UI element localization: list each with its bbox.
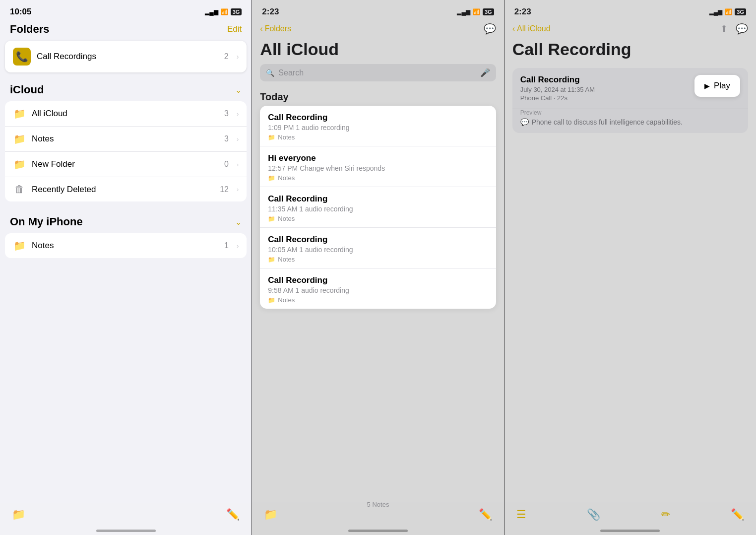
recording-date: July 30, 2024 at 11:35 AM bbox=[520, 86, 694, 93]
note-title-5: Call Recording bbox=[268, 275, 488, 285]
trash-icon: 🗑 bbox=[13, 184, 26, 195]
note-item-1[interactable]: Call Recording 1:09 PM 1 audio recording… bbox=[260, 106, 496, 146]
panel3-checklist-icon[interactable]: ☰ bbox=[516, 508, 526, 521]
panel2-nav: ‹ Folders 💬 bbox=[252, 21, 504, 38]
back-chevron-3: ‹ bbox=[512, 24, 515, 33]
status-icons-2: ▂▄▆ 📶 3G bbox=[457, 8, 494, 15]
time-3: 2:23 bbox=[514, 7, 531, 17]
on-my-iphone-notes-count: 1 bbox=[224, 241, 229, 250]
new-folder-count: 0 bbox=[224, 160, 229, 169]
on-my-iphone-notes-folder[interactable]: 📁 Notes 1 › bbox=[5, 233, 247, 258]
status-icons-3: ▂▄▆ 📶 3G bbox=[709, 8, 746, 15]
wifi-icon-1: 📶 bbox=[221, 8, 228, 15]
note-item-4[interactable]: Call Recording 10:05 AM 1 audio recordin… bbox=[260, 228, 496, 268]
note-title-4: Call Recording bbox=[268, 235, 488, 245]
panel2-compose-icon[interactable]: ✏️ bbox=[479, 508, 492, 521]
notes-card: Call Recording 1:09 PM 1 audio recording… bbox=[260, 106, 496, 309]
note-folder-label-4: Notes bbox=[278, 256, 295, 263]
all-icloud-folder[interactable]: 📁 All iCloud 3 › bbox=[5, 101, 247, 127]
note-folder-label-3: Notes bbox=[278, 215, 295, 222]
new-folder[interactable]: 📁 New Folder 0 › bbox=[5, 152, 247, 177]
new-folder-chevron: › bbox=[237, 161, 239, 168]
call-recordings-count: 2 bbox=[224, 52, 229, 61]
notes-folder[interactable]: 📁 Notes 3 › bbox=[5, 127, 247, 152]
on-my-iphone-collapse-icon[interactable]: ⌄ bbox=[235, 217, 242, 227]
panel3-back-button[interactable]: ‹ All iCloud bbox=[512, 24, 551, 33]
search-icon: 🔍 bbox=[266, 69, 274, 77]
recording-card-inner: Call Recording July 30, 2024 at 11:35 AM… bbox=[512, 68, 748, 109]
note-title-3: Call Recording bbox=[268, 194, 488, 204]
home-indicator-3 bbox=[600, 530, 660, 532]
panel3-pen-icon[interactable]: ✏ bbox=[661, 508, 670, 521]
icloud-section-header: iCloud ⌄ bbox=[0, 80, 252, 99]
recently-deleted-count: 12 bbox=[220, 185, 229, 194]
panel3-title-area: Call Recording bbox=[504, 38, 756, 64]
all-icloud-panel: 2:23 ▂▄▆ 📶 3G ‹ Folders 💬 All iCloud 🔍 S… bbox=[252, 0, 504, 535]
panel2-back-button[interactable]: ‹ Folders bbox=[260, 24, 291, 33]
notes-chevron: › bbox=[237, 135, 239, 143]
icloud-section-title: iCloud bbox=[10, 83, 44, 96]
wifi-icon-2: 📶 bbox=[473, 8, 480, 15]
time-1: 10:05 bbox=[10, 7, 31, 17]
note-folder-icon-5: 📁 bbox=[268, 297, 275, 304]
recording-title: Call Recording bbox=[520, 75, 694, 85]
note-title-2: Hi everyone bbox=[268, 153, 488, 163]
preview-content: Phone call to discuss full intelligence … bbox=[532, 118, 683, 126]
on-my-iphone-notes-name: Notes bbox=[32, 241, 218, 251]
call-recordings-row[interactable]: 📞 Call Recordings 2 › bbox=[5, 41, 247, 72]
note-folder-label-1: Notes bbox=[278, 134, 295, 141]
recently-deleted-folder[interactable]: 🗑 Recently Deleted 12 › bbox=[5, 177, 247, 201]
recording-card[interactable]: Call Recording July 30, 2024 at 11:35 AM… bbox=[512, 68, 748, 133]
call-recordings-chevron: › bbox=[237, 53, 239, 61]
recording-info: Call Recording July 30, 2024 at 11:35 AM… bbox=[520, 75, 694, 102]
status-bar-3: 2:23 ▂▄▆ 📶 3G bbox=[504, 0, 756, 21]
note-meta-1: 1:09 PM 1 audio recording bbox=[268, 124, 488, 132]
panel2-title-area: All iCloud bbox=[252, 38, 504, 64]
new-folder-icon: 📁 bbox=[13, 158, 26, 170]
note-folder-label-5: Notes bbox=[278, 296, 295, 304]
status-bar-2: 2:23 ▂▄▆ 📶 3G bbox=[252, 0, 504, 21]
note-item-2[interactable]: Hi everyone 12:57 PM Change when Siri re… bbox=[260, 146, 496, 187]
all-icloud-folder-icon: 📁 bbox=[13, 108, 26, 120]
play-label: Play bbox=[714, 81, 730, 91]
all-icloud-count: 3 bbox=[224, 109, 229, 118]
wifi-icon-3: 📶 bbox=[725, 8, 732, 15]
on-my-iphone-folder-list: 📁 Notes 1 › bbox=[5, 233, 247, 258]
panel1-folder-icon[interactable]: 📁 bbox=[12, 508, 25, 521]
note-folder-5: 📁 Notes bbox=[268, 296, 488, 304]
status-bar-1: 10:05 ▂▄▆ 📶 3G bbox=[0, 0, 252, 21]
preview-label: Preview bbox=[520, 109, 740, 116]
notes-folder-icon: 📁 bbox=[13, 133, 26, 145]
note-folder-label-2: Notes bbox=[278, 174, 295, 182]
note-folder-icon-2: 📁 bbox=[268, 175, 275, 182]
note-meta-3: 11:35 AM 1 audio recording bbox=[268, 205, 488, 213]
note-folder-3: 📁 Notes bbox=[268, 215, 488, 222]
recently-deleted-chevron: › bbox=[237, 186, 239, 193]
signal-icon-2: ▂▄▆ bbox=[457, 8, 470, 15]
on-my-iphone-section-header: On My iPhone ⌄ bbox=[0, 212, 252, 231]
mic-icon[interactable]: 🎤 bbox=[480, 68, 490, 77]
panel1-compose-icon[interactable]: ✏️ bbox=[226, 508, 240, 521]
preview-text: 💬 Phone call to discuss full intelligenc… bbox=[520, 118, 740, 126]
share-icon[interactable]: ⬆ bbox=[720, 23, 728, 34]
home-indicator-1 bbox=[96, 530, 156, 532]
search-bar[interactable]: 🔍 Search 🎤 bbox=[260, 64, 496, 81]
note-title-1: Call Recording bbox=[268, 113, 488, 123]
call-recordings-label: Call Recordings bbox=[37, 52, 218, 62]
panel2-action-icon[interactable]: 💬 bbox=[484, 23, 496, 35]
edit-button[interactable]: Edit bbox=[227, 24, 242, 34]
panel3-paperclip-icon[interactable]: 📎 bbox=[587, 508, 600, 521]
note-folder-1: 📁 Notes bbox=[268, 134, 488, 141]
back-label-2: Folders bbox=[265, 24, 291, 33]
panel3-compose-icon[interactable]: ✏️ bbox=[731, 508, 744, 521]
note-item-5[interactable]: Call Recording 9:58 AM 1 audio recording… bbox=[260, 268, 496, 309]
note-folder-4: 📁 Notes bbox=[268, 256, 488, 263]
panel2-folder-icon[interactable]: 📁 bbox=[264, 508, 277, 521]
note-item-3[interactable]: Call Recording 11:35 AM 1 audio recordin… bbox=[260, 187, 496, 228]
panel3-action-icon[interactable]: 💬 bbox=[736, 23, 748, 35]
notes-folder-name: Notes bbox=[32, 134, 218, 144]
icloud-collapse-icon[interactable]: ⌄ bbox=[235, 85, 242, 95]
play-button[interactable]: ▶ Play bbox=[694, 75, 740, 97]
battery-1: 3G bbox=[231, 8, 242, 15]
folders-title: Folders bbox=[10, 23, 49, 36]
